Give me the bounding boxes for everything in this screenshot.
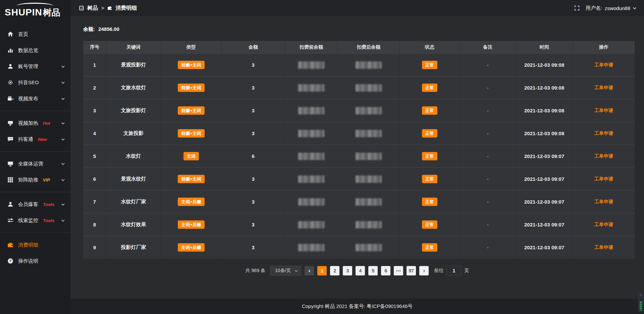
- header-right: 用户名: zswodun88: [574, 5, 635, 11]
- chevron-down-icon: [61, 202, 65, 206]
- page-button-4[interactable]: 4: [356, 266, 365, 275]
- type-badge: 前缀+主词: [178, 61, 205, 69]
- censored-balance-after: [356, 244, 382, 251]
- work-order-link[interactable]: 工单申请: [594, 199, 613, 205]
- sidebar-menu: 首页 数据总览 账号管理 抖音SEO 视频发布 视频加热 Hot: [0, 26, 70, 269]
- table-row: 1 景观投影灯 前缀+主词 3 正常 - 2021-12-03 09:08 工单…: [83, 53, 635, 76]
- row-amount: 3: [252, 176, 254, 182]
- censored-balance-after: [356, 61, 382, 69]
- row-time: 2021-12-03 09:07: [524, 245, 564, 250]
- goto-label: 前往: [434, 268, 443, 274]
- sidebar-item-lead-monitoring[interactable]: 线索监控 Tools: [0, 212, 70, 228]
- column-header: 扣费后余额: [338, 41, 399, 53]
- next-page-button[interactable]: ›: [419, 266, 429, 275]
- sidebar-item-account-management[interactable]: 账号管理: [0, 58, 70, 74]
- censored-balance-after: [356, 84, 382, 92]
- type-badge: 主词+后缀: [178, 198, 205, 206]
- prev-page-button[interactable]: ‹: [305, 266, 314, 275]
- footer: Copyright 树品 2021 备案号: 粤ICP备09019646号: [70, 299, 644, 314]
- censored-balance-after: [356, 153, 382, 160]
- status-badge: 正常: [422, 175, 437, 183]
- censored-balance-before: [298, 244, 324, 251]
- row-remark: -: [487, 130, 489, 136]
- sidebar-item-video-publish[interactable]: 视频发布: [0, 91, 70, 107]
- row-amount: 3: [252, 222, 254, 227]
- vip-badge: VIP: [43, 177, 50, 182]
- sidebar-item-matrix-boost[interactable]: 矩阵助推 VIP: [0, 172, 70, 188]
- row-seq: 5: [93, 153, 96, 159]
- sidebar-item-member-burst[interactable]: 会员爆客 Tools: [0, 196, 70, 212]
- work-order-link[interactable]: 工单申请: [594, 176, 613, 182]
- row-seq: 3: [93, 108, 96, 113]
- sidebar-item-label: 全媒体运营: [18, 161, 43, 167]
- page-size-select[interactable]: 10条/页: [270, 266, 301, 276]
- chevron-down-icon: [633, 6, 636, 9]
- censored-balance-before: [298, 198, 324, 206]
- work-order-link[interactable]: 工单申请: [594, 108, 613, 114]
- goto-page-input[interactable]: [446, 266, 462, 276]
- sliders-icon: [7, 217, 13, 223]
- table-row: 9 投影灯厂家 主词+后缀 3 正常 - 2021-12-03 09:07 工单…: [83, 236, 635, 259]
- fullscreen-icon[interactable]: [574, 5, 580, 11]
- column-header: 操作: [573, 41, 635, 53]
- user-menu[interactable]: 用户名: zswodun88: [586, 5, 635, 11]
- status-badge: 正常: [422, 198, 437, 206]
- breadcrumb-item-root[interactable]: 树品: [87, 5, 98, 12]
- sidebar-item-label: 消费明细: [18, 242, 38, 248]
- column-header: 金额: [222, 41, 285, 53]
- video-camera-icon: [7, 96, 13, 102]
- sidebar-item-operation-guide[interactable]: ? 操作说明: [0, 253, 70, 269]
- status-badge: 正常: [422, 243, 437, 252]
- consumption-table: 序号关键词类型金额扣费前余额扣费后余额状态备注时间操作 1 景观投影灯 前缀+主…: [83, 41, 635, 259]
- row-time: 2021-12-03 09:07: [524, 222, 564, 227]
- sidebar-item-douyin-seo[interactable]: 抖音SEO: [0, 74, 70, 91]
- browser-extension-widget[interactable]: [638, 293, 643, 312]
- type-badge: 主词+后缀: [178, 243, 205, 252]
- row-remark: -: [487, 199, 489, 205]
- work-order-link[interactable]: 工单申请: [594, 222, 613, 228]
- sidebar-item-video-heating[interactable]: 视频加热 Hot: [0, 115, 70, 131]
- chevron-down-icon: [294, 269, 298, 272]
- column-header: 关键词: [106, 41, 161, 53]
- work-order-link[interactable]: 工单申请: [594, 153, 613, 159]
- more-pages-button[interactable]: •••: [394, 266, 403, 275]
- sidebar-item-home[interactable]: 首页: [0, 26, 70, 42]
- sidebar-item-data-overview[interactable]: 数据总览: [0, 42, 70, 58]
- gear-icon: [7, 80, 13, 86]
- censored-balance-before: [298, 84, 324, 92]
- screen-icon: [7, 120, 13, 126]
- row-remark: -: [487, 85, 489, 91]
- censored-balance-before: [298, 130, 324, 137]
- page-button-5[interactable]: 5: [368, 266, 378, 275]
- row-keyword: 景观投影灯: [121, 62, 146, 68]
- goto-page: 前往 页: [434, 266, 469, 276]
- work-order-link[interactable]: 工单申请: [594, 130, 613, 137]
- censored-balance-after: [356, 175, 382, 183]
- chevron-down-icon: [61, 64, 65, 68]
- page-size-value: 10条/页: [275, 268, 291, 274]
- row-time: 2021-12-03 09:07: [524, 176, 564, 182]
- breadcrumb-separator: >: [101, 5, 104, 11]
- work-order-link[interactable]: 工单申请: [594, 62, 613, 68]
- sidebar-item-consumption-details[interactable]: 消费明细: [0, 237, 70, 253]
- chevron-down-icon: [61, 178, 65, 181]
- censored-balance-after: [356, 107, 382, 114]
- chevron-down-icon: [61, 137, 65, 141]
- menu-divider: [0, 151, 70, 152]
- top-header: 树品 > 消费明细 用户名: zswodun88: [70, 0, 644, 16]
- copyright-text: Copyright 树品 2021 备案号: 粤ICP备09019646号: [302, 303, 413, 310]
- work-order-link[interactable]: 工单申请: [594, 85, 613, 91]
- sidebar-item-all-media-operation[interactable]: 全媒体运营: [0, 156, 70, 172]
- row-seq: 4: [93, 130, 96, 136]
- page-button-6[interactable]: 6: [381, 266, 390, 275]
- hot-badge: Hot: [43, 121, 50, 126]
- sidebar-item-douketong[interactable]: 抖客通 New: [0, 131, 70, 147]
- sidebar-item-label: 会员爆客: [18, 201, 38, 208]
- page-button-97[interactable]: 97: [407, 266, 416, 275]
- page-button-3[interactable]: 3: [343, 266, 352, 275]
- status-badge: 正常: [422, 61, 437, 69]
- menu-divider: [0, 192, 70, 192]
- page-button-1[interactable]: 1: [317, 266, 327, 275]
- page-button-2[interactable]: 2: [330, 266, 339, 275]
- work-order-link[interactable]: 工单申请: [594, 245, 613, 251]
